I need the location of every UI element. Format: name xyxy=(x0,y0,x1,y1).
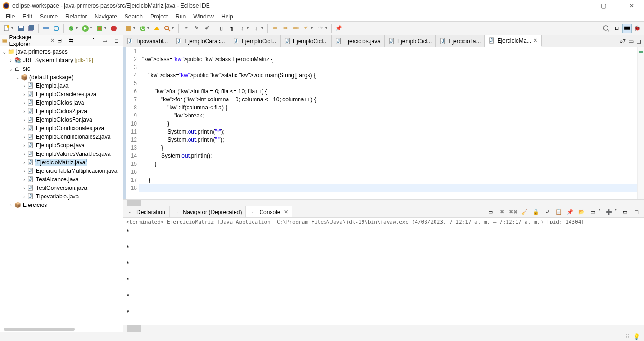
bottom-tab[interactable]: ▫Console✕ xyxy=(246,206,292,217)
file-node[interactable]: ›JEjercicioTablaMultiplicacion.java xyxy=(1,167,122,175)
code-editor[interactable]: 123456789101112131415161718 "kw">class="… xyxy=(123,47,644,199)
menu-source[interactable]: Source xyxy=(36,12,62,21)
file-label[interactable]: TestConversion.java xyxy=(35,185,88,191)
save-all-button[interactable] xyxy=(27,24,36,33)
console-remove-all-button[interactable]: ✖✖ xyxy=(508,207,518,217)
file-node[interactable]: ›JEjemploCiclosFor.java xyxy=(1,116,122,124)
file-node[interactable]: ›JEjercicioMatriz.java xyxy=(1,158,122,167)
new-class-button[interactable]: C xyxy=(138,24,147,33)
menu-help[interactable]: Help xyxy=(218,12,237,21)
editor-tab[interactable]: JEjercicioTa... xyxy=(436,35,485,47)
console-show-button[interactable]: 📋 xyxy=(554,207,563,217)
menu-refactor[interactable]: Refactor xyxy=(62,12,91,21)
bottom-tab[interactable]: ▫Navigator (Deprecated) xyxy=(170,206,246,217)
file-node[interactable]: ›JEjemploCondicionales.java xyxy=(1,124,122,133)
open-type-button[interactable] xyxy=(152,24,162,33)
editor-minimize-button[interactable]: ▭ xyxy=(628,38,634,45)
file-label[interactable]: EjemploCaracteres.java xyxy=(35,91,97,98)
file-label[interactable]: EjemploCiclos2.java xyxy=(35,108,88,115)
editor-tab[interactable]: JEjemploCicl... xyxy=(281,35,332,47)
search-button[interactable] xyxy=(163,24,172,33)
console-maximize-button[interactable]: ◻ xyxy=(632,207,641,217)
run-button[interactable] xyxy=(81,24,90,33)
editor-maximize-button[interactable]: ◻ xyxy=(636,38,641,45)
file-node[interactable]: ›JEjemplo.java xyxy=(1,81,122,90)
file-node[interactable]: ›JEjemploCaracteres.java xyxy=(1,90,122,99)
editor-tab[interactable]: JEjemploCicl... xyxy=(385,35,436,47)
skip-breakpoints-button[interactable] xyxy=(52,24,61,33)
console-clear-output-button[interactable]: 🧹 xyxy=(520,207,529,217)
wand-button[interactable]: ✎ xyxy=(191,24,201,33)
file-label[interactable]: EjemploCondicionales.java xyxy=(35,125,105,132)
toggle-block-button[interactable]: ▯ xyxy=(217,24,226,33)
quick-access-button[interactable] xyxy=(601,24,611,33)
file-node[interactable]: ›JTipovariable.java xyxy=(1,192,122,201)
file-node[interactable]: ›JEjemploValoresVariables.java xyxy=(1,150,122,158)
filters-button[interactable]: ⁝ xyxy=(77,36,87,45)
file-label[interactable]: EjercicioMatriz.java xyxy=(35,159,87,166)
console-open-button[interactable]: 📂 xyxy=(577,207,586,217)
run-dropdown[interactable]: ▾ xyxy=(90,26,94,30)
file-node[interactable]: ›JTestAlcance.java xyxy=(1,175,122,184)
file-node[interactable]: ›JEjemploCiclos2.java xyxy=(1,107,122,116)
console-pin-button[interactable]: 📌 xyxy=(565,207,575,217)
menu-window[interactable]: Window xyxy=(190,12,218,21)
last-edit-button[interactable]: ⇐• xyxy=(291,24,300,33)
jre-node[interactable]: JRE System Library [jdk-19] xyxy=(22,57,94,63)
file-node[interactable]: ›JTestConversion.java xyxy=(1,184,122,192)
editor-tab[interactable]: JEjercicioMa...✕ xyxy=(485,35,542,47)
window-maximize-button[interactable]: ▢ xyxy=(594,1,613,10)
debug-button[interactable] xyxy=(66,24,76,33)
next-annotation-button[interactable]: ↓ xyxy=(252,24,261,33)
file-label[interactable]: EjemploCiclos.java xyxy=(35,99,85,106)
window-close-button[interactable]: ✕ xyxy=(622,1,641,10)
tree-scrollbar[interactable] xyxy=(4,328,75,331)
editor-hscrollbar[interactable] xyxy=(123,199,644,206)
tab-close-button[interactable]: ✕ xyxy=(533,37,537,44)
pin-editor-button[interactable]: 📌 xyxy=(334,24,344,33)
coverage-dropdown[interactable]: ▾ xyxy=(104,26,108,30)
highlighter-button[interactable]: ✐ xyxy=(202,24,211,33)
forward-button[interactable]: ⇒ xyxy=(281,24,290,33)
show-whitespace-button[interactable]: ¶ xyxy=(227,24,236,33)
project-tree[interactable]: ⌄📁java-primeros-pasos ›📚JRE System Libra… xyxy=(0,46,123,332)
package-explorer-close-button[interactable]: ✕ xyxy=(50,37,54,44)
console-terminate-button[interactable]: ✖ xyxy=(497,207,507,217)
file-label[interactable]: EjemploValoresVariables.java xyxy=(35,151,112,157)
menu-navigate[interactable]: Navigate xyxy=(91,12,120,21)
editor-tab[interactable]: JTipovariabl... xyxy=(123,35,172,47)
console-display-button[interactable]: ▭ xyxy=(588,207,598,217)
save-button[interactable] xyxy=(16,24,26,33)
editor-tab[interactable]: JEjemploCarac... xyxy=(172,35,229,47)
editor-tab[interactable]: JEjemploCicl... xyxy=(229,35,281,47)
toggle-mark-button[interactable]: ☞ xyxy=(181,24,190,33)
link-editor-button[interactable]: ⇆ xyxy=(66,36,75,45)
file-label[interactable]: Ejemplo.java xyxy=(35,82,70,89)
file-label[interactable]: EjemploScope.java xyxy=(35,142,86,149)
file-label[interactable]: EjercicioTablaMultiplicacion.java xyxy=(35,168,118,174)
console-hscrollbar[interactable] xyxy=(123,325,644,332)
file-node[interactable]: ›JEjemploCondincionales2.java xyxy=(1,133,122,141)
back-button[interactable]: ⇐ xyxy=(270,24,280,33)
console-word-wrap-button[interactable]: ⤶ xyxy=(543,207,552,217)
code-area[interactable]: "kw">class="kw">public "kw">class Ejerci… xyxy=(139,47,637,199)
other-project-node[interactable]: Ejercicios xyxy=(22,202,48,208)
new-package-button[interactable] xyxy=(124,24,133,33)
console-minimize-button[interactable]: ▭ xyxy=(620,207,630,217)
coverage-button[interactable] xyxy=(95,24,104,33)
toggle-breadcrumb-button[interactable] xyxy=(41,24,51,33)
file-label[interactable]: EjemploCondincionales2.java xyxy=(35,134,111,140)
bottom-tab-close-button[interactable]: ✕ xyxy=(284,209,288,215)
bottom-tab[interactable]: ▫Declaration xyxy=(123,206,170,217)
overview-ruler[interactable] xyxy=(637,47,644,199)
menu-search[interactable]: Search xyxy=(121,12,146,21)
debug-dropdown[interactable]: ▾ xyxy=(76,26,80,30)
minimize-view-button[interactable]: ▭ xyxy=(100,36,109,45)
file-label[interactable]: EjemploCiclosFor.java xyxy=(35,117,93,123)
collapse-all-button[interactable]: ⊟ xyxy=(54,36,64,45)
history-back-button[interactable]: ↶ xyxy=(301,24,311,33)
view-menu-button[interactable]: ⋮ xyxy=(89,36,98,45)
console-clear-button[interactable]: ▭ xyxy=(486,207,495,217)
file-label[interactable]: TestAlcance.java xyxy=(35,176,80,183)
file-node[interactable]: ›JEjemploCiclos.java xyxy=(1,99,122,107)
